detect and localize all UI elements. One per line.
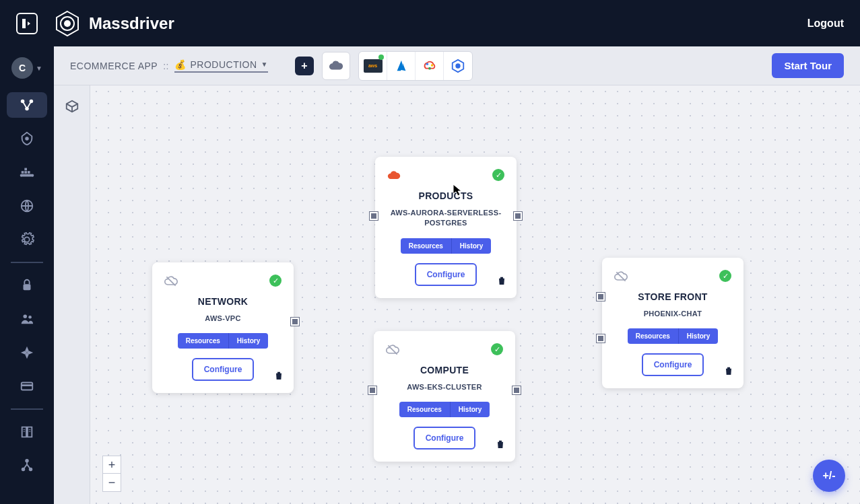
node-subtitle: AWS-AURORA-SERVERLESS-POSTGRES bbox=[387, 208, 504, 229]
history-button[interactable]: History bbox=[679, 328, 718, 344]
node-title: PRODUCTS bbox=[387, 190, 504, 201]
port-in[interactable] bbox=[368, 386, 376, 394]
node-storefront[interactable]: ✓ STORE FRONT PHOENIX-CHAT Resources His… bbox=[602, 258, 743, 388]
sidebar-divider bbox=[11, 408, 43, 410]
provider-gcp-button[interactable] bbox=[416, 52, 444, 80]
svg-rect-10 bbox=[24, 171, 27, 174]
node-compute[interactable]: ✓ COMPUTE AWS-EKS-CLUSTER Resources Hist… bbox=[374, 331, 515, 462]
sidebar-item-branches[interactable] bbox=[7, 453, 47, 478]
env-name: PRODUCTION bbox=[190, 59, 257, 70]
svg-rect-12 bbox=[24, 168, 27, 171]
node-title: NETWORK bbox=[164, 296, 282, 307]
breadcrumb-separator: :: bbox=[163, 61, 169, 71]
resources-button[interactable]: Resources bbox=[178, 333, 229, 349]
svg-point-27 bbox=[26, 460, 28, 462]
environment-selector[interactable]: 💰 PRODUCTION ▼ bbox=[174, 59, 268, 73]
zoom-in-button[interactable]: + bbox=[103, 456, 121, 474]
sidebar-item-deploy[interactable] bbox=[7, 126, 47, 151]
chevron-down-icon: ▼ bbox=[261, 61, 268, 68]
chevron-down-icon: ▼ bbox=[36, 65, 42, 72]
svg-rect-11 bbox=[28, 171, 30, 174]
edges-layer bbox=[90, 85, 292, 186]
sidebar-item-network[interactable] bbox=[7, 193, 47, 219]
cloud-off-icon bbox=[164, 275, 178, 291]
brand-logo-icon bbox=[54, 10, 81, 37]
trash-icon[interactable] bbox=[723, 365, 734, 379]
main-sidebar: C ▼ bbox=[0, 46, 54, 504]
port-out[interactable] bbox=[291, 318, 299, 326]
fab-button[interactable]: +/- bbox=[813, 460, 845, 492]
avatar-menu[interactable]: C ▼ bbox=[11, 57, 42, 79]
port-in[interactable] bbox=[370, 212, 378, 220]
cloud-provider-group: aws bbox=[358, 51, 473, 81]
svg-point-34 bbox=[428, 67, 431, 69]
breadcrumb-app: ECOMMERCE APP bbox=[70, 61, 158, 71]
resources-button[interactable]: Resources bbox=[628, 328, 679, 344]
start-tour-button[interactable]: Start Tour bbox=[772, 53, 844, 78]
configure-button[interactable]: Configure bbox=[192, 358, 255, 381]
svg-point-32 bbox=[426, 63, 428, 65]
configure-button[interactable]: Configure bbox=[415, 263, 477, 286]
cloud-off-icon bbox=[614, 270, 628, 286]
port-out[interactable] bbox=[512, 386, 521, 394]
node-subtitle: PHOENIX-CHAT bbox=[614, 309, 731, 319]
provider-aws-button[interactable]: aws bbox=[359, 52, 387, 80]
svg-point-8 bbox=[25, 137, 29, 141]
sidebar-item-canvas[interactable] bbox=[7, 92, 47, 118]
sidebar-item-team[interactable] bbox=[7, 306, 47, 332]
node-title: COMPUTE bbox=[386, 365, 503, 375]
sidebar-item-docs[interactable] bbox=[7, 419, 47, 445]
svg-rect-0 bbox=[22, 19, 26, 28]
add-button[interactable]: + bbox=[295, 57, 314, 75]
svg-point-15 bbox=[24, 315, 28, 319]
configure-button[interactable]: Configure bbox=[642, 353, 704, 376]
sidebar-item-integrations[interactable] bbox=[7, 340, 47, 365]
node-products[interactable]: ✓ PRODUCTS AWS-AURORA-SERVERLESS-POSTGRE… bbox=[375, 157, 517, 298]
provider-kubernetes-button[interactable] bbox=[444, 52, 472, 80]
panel-toggle-button[interactable] bbox=[16, 13, 38, 34]
status-ok-icon: ✓ bbox=[491, 343, 503, 355]
svg-rect-22 bbox=[22, 384, 33, 386]
breadcrumb: ECOMMERCE APP :: 💰 PRODUCTION ▼ bbox=[70, 59, 268, 73]
port-out[interactable] bbox=[514, 212, 522, 220]
node-network[interactable]: ✓ NETWORK AWS-VPC Resources History Conf… bbox=[152, 262, 294, 393]
resources-button[interactable]: Resources bbox=[401, 238, 452, 254]
trash-icon[interactable] bbox=[496, 275, 507, 289]
sidebar-item-secrets[interactable] bbox=[7, 273, 47, 298]
zoom-out-button[interactable]: − bbox=[103, 474, 121, 491]
port-in[interactable] bbox=[597, 293, 605, 301]
sidebar-item-billing[interactable] bbox=[7, 373, 47, 399]
svg-marker-1 bbox=[28, 22, 30, 26]
history-button[interactable]: History bbox=[451, 402, 490, 417]
configure-button[interactable]: Configure bbox=[414, 427, 476, 449]
node-subtitle: AWS-EKS-CLUSTER bbox=[386, 382, 503, 392]
status-ok-icon: ✓ bbox=[492, 169, 504, 181]
trash-icon[interactable] bbox=[273, 370, 284, 384]
user-avatar: C bbox=[11, 57, 33, 79]
trash-icon[interactable] bbox=[495, 439, 506, 452]
sidebar-item-containers[interactable] bbox=[7, 159, 47, 185]
svg-point-36 bbox=[455, 63, 460, 68]
logout-link[interactable]: Logout bbox=[807, 17, 844, 30]
cloud-filter-button[interactable] bbox=[322, 52, 350, 80]
port-in-2[interactable] bbox=[597, 334, 605, 343]
resources-button[interactable]: Resources bbox=[399, 402, 451, 417]
env-emoji-icon: 💰 bbox=[174, 59, 187, 70]
brand-name: Massdriver bbox=[89, 14, 174, 33]
diagram-canvas[interactable]: ✓ NETWORK AWS-VPC Resources History Conf… bbox=[90, 85, 860, 504]
status-dot-icon bbox=[378, 55, 384, 60]
svg-point-16 bbox=[28, 316, 32, 319]
history-button[interactable]: History bbox=[452, 238, 491, 254]
history-button[interactable]: History bbox=[229, 333, 268, 349]
status-ok-icon: ✓ bbox=[719, 270, 731, 282]
svg-rect-9 bbox=[22, 171, 24, 174]
zoom-controls: + − bbox=[102, 456, 121, 492]
cloud-off-icon bbox=[386, 343, 399, 359]
provider-azure-button[interactable] bbox=[387, 52, 416, 80]
canvas-palette-sidebar bbox=[54, 85, 90, 504]
canvas-wrap: ✓ NETWORK AWS-VPC Resources History Conf… bbox=[54, 85, 860, 504]
palette-cube-icon[interactable] bbox=[62, 96, 82, 116]
app-header: Massdriver Logout bbox=[0, 0, 860, 46]
svg-point-28 bbox=[22, 468, 25, 471]
sidebar-item-settings[interactable] bbox=[7, 227, 47, 252]
